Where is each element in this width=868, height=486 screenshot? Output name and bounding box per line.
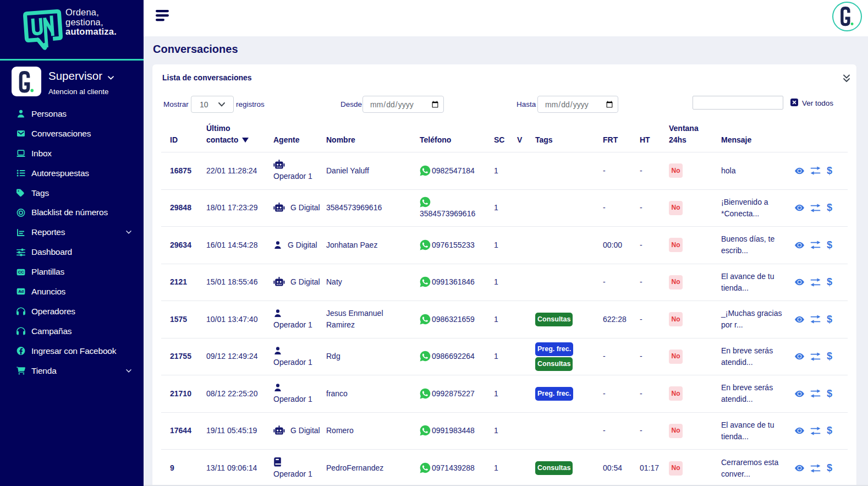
svg-text:Ad: Ad	[18, 290, 24, 294]
svg-text:CC: CC	[18, 270, 24, 275]
